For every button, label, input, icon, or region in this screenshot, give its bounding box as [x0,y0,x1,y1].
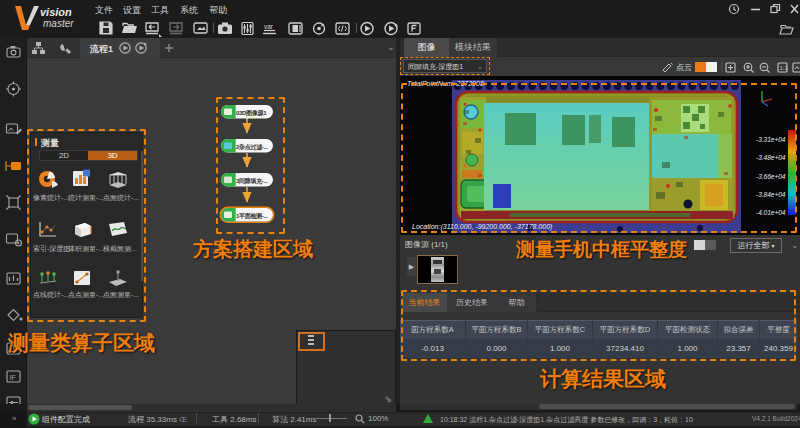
svg-text:master: master [43,18,74,29]
svg-text:点云: 点云 [676,63,692,72]
svg-text:1:1: 1:1 [780,65,789,71]
svg-text:IF: IF [10,374,16,381]
svg-text:vision: vision [40,6,72,18]
svg-text:var: var [264,23,274,30]
